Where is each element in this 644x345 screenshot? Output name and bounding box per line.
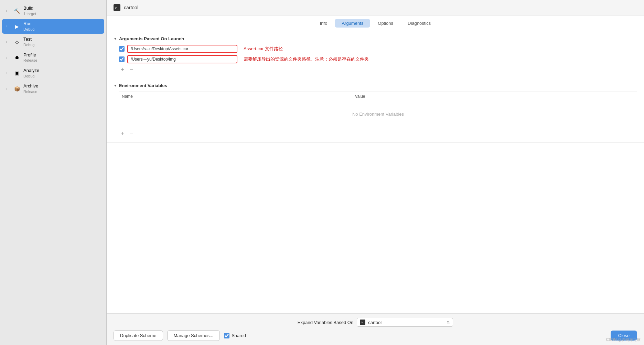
expand-label: Expand Variables Based On [298,320,353,325]
main-content: >_ cartool InfoArgumentsOptionsDiagnosti… [107,0,644,345]
test-name: Test [23,36,34,42]
profile-icon: ⏺ [13,54,21,61]
shared-checkbox[interactable] [224,333,229,338]
build-sub: 1 target [23,11,36,16]
bottom-bar: Expand Variables Based On >_ cartool ⇅ D… [107,313,644,345]
manage-schemes-button[interactable]: Manage Schemes... [167,330,220,341]
arguments-section-header[interactable]: ▼ Arguments Passed On Launch [114,36,637,41]
args-list: Assert.car 文件路径 需要解压导出的资源的文件夹路径。注意：必须是存在… [114,45,637,63]
sidebar: › 🔨 Build 1 target › ▶ Run Debug › ◇ Tes… [0,0,107,345]
analyze-icon: ▣ [13,69,21,77]
env-add-btn[interactable]: + [119,130,126,137]
env-section: ▼ Environment Variables Name Value No En… [107,78,644,143]
app-icon: >_ [114,4,120,11]
arg-row-1: Assert.car 文件路径 [119,45,637,53]
watermark: CSDN @爱码海之旅 [606,337,641,342]
analyze-name: Analyze [23,68,39,74]
args-remove-btn[interactable]: − [128,66,135,73]
env-col-value-header: Value [352,93,637,100]
sidebar-item-build[interactable]: › 🔨 Build 1 target [2,3,104,18]
arg-annotation-2: 需要解压导出的资源的文件夹路径。注意：必须是存在的文件夹 [244,56,369,62]
sidebar-item-profile[interactable]: › ⏺ Profile Release [2,50,104,65]
profile-sub: Release [23,58,37,63]
sidebar-item-test[interactable]: › ◇ Test Debug [2,34,104,49]
run-icon: ▶ [13,23,21,30]
chevron-icon-archive: › [6,87,10,91]
arg-checkbox-2[interactable] [119,56,125,62]
arg-annotation-1: Assert.car 文件路径 [244,46,283,52]
expand-select-text: cartool [368,320,444,325]
env-remove-btn[interactable]: − [128,130,135,137]
arg-checkbox-1[interactable] [119,46,125,52]
arguments-section: ▼ Arguments Passed On Launch Assert.car … [107,31,644,78]
chevron-icon-profile: › [6,56,10,60]
app-name: cartool [124,5,138,10]
chevron-icon-build: › [6,9,10,13]
env-col-name-header: Name [119,93,352,100]
shared-label: Shared [232,333,246,338]
content-area: ▼ Arguments Passed On Launch Assert.car … [107,31,644,313]
env-section-title: Environment Variables [119,83,167,88]
sidebar-item-analyze[interactable]: › ▣ Analyze Debug [2,66,104,81]
title-bar: >_ cartool [107,0,644,15]
arg-input-1[interactable] [127,45,237,53]
chevron-icon-run: › [6,24,10,28]
chevron-icon-test: › [6,40,10,44]
tab-arguments[interactable]: Arguments [335,19,370,28]
build-icon: 🔨 [13,7,21,15]
archive-icon: 📦 [13,85,21,93]
duplicate-scheme-button[interactable]: Duplicate Scheme [114,330,163,341]
env-table-header: Name Value [119,92,637,101]
tab-info[interactable]: Info [313,19,334,28]
expand-row: Expand Variables Based On >_ cartool ⇅ [114,318,637,327]
arg-row-2: 需要解压导出的资源的文件夹路径。注意：必须是存在的文件夹 [119,55,637,63]
args-add-btn[interactable]: + [119,66,126,73]
env-section-header[interactable]: ▼ Environment Variables [114,83,637,88]
tab-diagnostics[interactable]: Diagnostics [401,19,438,28]
action-row: Duplicate Scheme Manage Schemes... Share… [114,330,637,341]
chevron-icon-analyze: › [6,71,10,75]
run-sub: Debug [23,27,34,32]
test-sub: Debug [23,42,34,47]
test-icon: ◇ [13,38,21,46]
archive-sub: Release [23,89,38,94]
collapse-arrow-env: ▼ [114,84,117,87]
env-add-remove: + − [114,130,637,137]
env-table: Name Value No Environment Variables [119,92,637,127]
tabs: InfoArgumentsOptionsDiagnostics [107,15,644,31]
analyze-sub: Debug [23,74,39,79]
env-empty: No Environment Variables [119,101,637,127]
shared-checkbox-group: Shared [224,333,246,338]
arguments-section-title: Arguments Passed On Launch [119,36,184,41]
run-name: Run [23,21,34,27]
expand-select[interactable]: >_ cartool ⇅ [357,318,453,327]
expand-select-icon: >_ [360,320,365,325]
build-name: Build [23,6,36,11]
profile-name: Profile [23,52,37,58]
tab-options[interactable]: Options [371,19,400,28]
sidebar-item-run[interactable]: › ▶ Run Debug [2,19,104,34]
sidebar-item-archive[interactable]: › 📦 Archive Release [2,81,104,96]
collapse-arrow-arguments: ▼ [114,37,117,41]
archive-name: Archive [23,83,38,89]
expand-select-arrows: ⇅ [447,320,450,325]
args-add-remove: + − [114,66,637,73]
arg-input-2[interactable] [127,55,237,63]
